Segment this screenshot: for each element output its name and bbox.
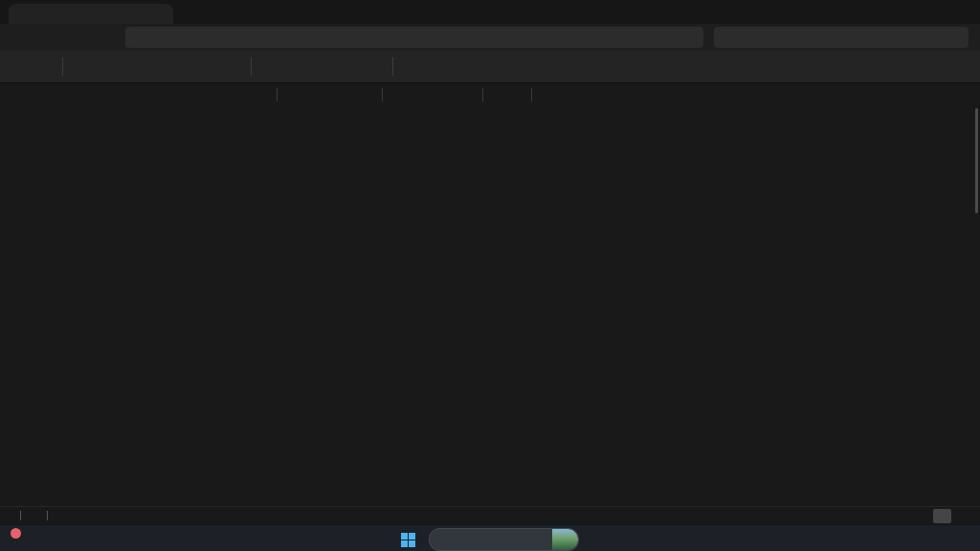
column-header-size[interactable] [483, 88, 532, 101]
notification-badge [11, 528, 21, 539]
windows-logo-icon [401, 533, 415, 547]
navigation-bar [0, 24, 980, 51]
taskbar [0, 524, 980, 551]
chevron-right-icon [177, 33, 187, 42]
back-button[interactable] [8, 27, 32, 49]
column-header-name[interactable] [84, 88, 278, 101]
more-icon [406, 60, 419, 74]
this-pc-icon [134, 31, 147, 44]
restore-icon [923, 7, 934, 18]
more-options-button[interactable] [398, 54, 427, 79]
refresh-button[interactable] [91, 27, 115, 49]
arrow-right-icon [41, 31, 55, 44]
rename-icon [165, 59, 179, 74]
wifi-icon[interactable] [883, 534, 896, 546]
chevron-down-icon [289, 63, 297, 71]
copy-button[interactable] [98, 54, 127, 79]
up-button[interactable] [63, 27, 87, 49]
chevron-down-icon [337, 63, 345, 71]
details-view-button[interactable] [933, 509, 951, 523]
file-explorer-window [0, 0, 980, 551]
view-icon [312, 60, 325, 74]
close-button[interactable] [946, 0, 980, 24]
search-icon [948, 32, 960, 43]
column-headers [84, 85, 980, 104]
forward-button[interactable] [35, 27, 59, 49]
thumbnails-view-button[interactable] [954, 509, 972, 523]
main-content [0, 83, 980, 506]
details-view-icon [937, 510, 948, 521]
delete-button[interactable] [216, 54, 246, 79]
scrollbar[interactable] [975, 108, 978, 213]
taskbar-center [394, 525, 586, 551]
sort-button[interactable] [256, 54, 304, 79]
status-divider [47, 511, 48, 520]
refresh-icon [97, 32, 109, 44]
sort-icon [264, 60, 278, 74]
new-tab-button[interactable] [187, 9, 198, 20]
paste-icon [135, 59, 149, 74]
view-button[interactable] [304, 54, 352, 79]
address-bar[interactable] [125, 27, 703, 48]
weather-widget[interactable] [0, 532, 34, 548]
system-tray [857, 525, 980, 551]
toolbar-divider [392, 57, 393, 76]
arrow-left-icon [13, 31, 27, 44]
extract-all-button[interactable] [352, 54, 388, 79]
toolbar-divider [62, 57, 63, 76]
thumbnails-view-icon [958, 510, 969, 521]
cut-icon [76, 59, 90, 74]
new-button[interactable] [9, 54, 57, 79]
rename-button[interactable] [157, 54, 187, 79]
minimize-button[interactable] [877, 0, 911, 24]
preview-button[interactable] [937, 54, 971, 79]
new-icon [16, 59, 31, 74]
downloads-tab-icon [16, 9, 28, 20]
sort-indicator-icon [501, 81, 508, 89]
chevron-down-icon [42, 63, 50, 71]
copy-icon [105, 59, 120, 74]
search-icon [438, 534, 450, 545]
share-button[interactable] [187, 54, 216, 79]
battery-icon[interactable] [925, 532, 941, 547]
status-divider [20, 511, 21, 520]
tray-overflow-icon[interactable] [857, 535, 866, 544]
close-icon [957, 7, 969, 18]
sidebar [0, 83, 84, 506]
delete-icon [224, 59, 238, 74]
column-header-type[interactable] [383, 88, 483, 101]
maximize-button[interactable] [911, 0, 946, 24]
bing-daily-image [552, 529, 578, 550]
notifications-bell-icon[interactable] [958, 534, 970, 546]
volume-muted-icon[interactable] [904, 534, 917, 546]
window-controls [877, 0, 980, 24]
tab-downloads[interactable] [9, 4, 173, 24]
cut-button[interactable] [68, 54, 98, 79]
preview-icon [945, 60, 958, 74]
column-header-date-modified[interactable] [278, 88, 383, 101]
minimize-icon [888, 7, 900, 18]
view-toggles [933, 509, 972, 523]
toolbar-divider [251, 57, 252, 76]
extract-icon [360, 59, 374, 74]
weather-icon [9, 532, 29, 548]
command-bar [0, 51, 980, 83]
paste-button[interactable] [127, 54, 157, 79]
status-bar [0, 506, 980, 524]
taskbar-search[interactable] [429, 528, 579, 551]
chevron-right-icon [154, 33, 164, 42]
file-area [84, 83, 980, 506]
share-icon [194, 59, 209, 74]
start-button[interactable] [394, 526, 422, 551]
search-input[interactable] [714, 27, 969, 48]
tab-close-icon[interactable] [156, 10, 166, 19]
arrow-up-icon [69, 31, 82, 44]
titlebar [0, 0, 980, 24]
